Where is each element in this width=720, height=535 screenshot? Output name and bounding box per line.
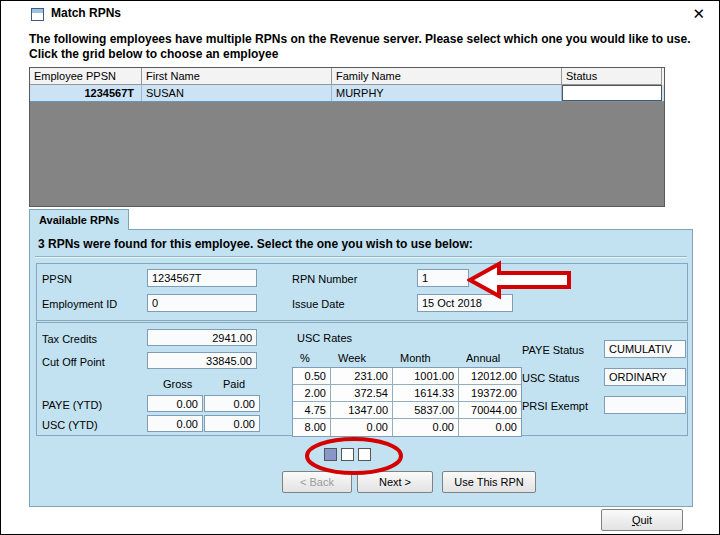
rpn-panel: 3 RPNs were found for this employee. Sel… [29,229,693,507]
tax-credits-field[interactable]: 2941.00 [147,329,257,346]
rpn-pager [324,448,371,461]
employment-id-field[interactable]: 0 [147,294,257,312]
column-header-employee-ppsn[interactable]: Employee PPSN [30,68,142,85]
page-indicator-square[interactable] [324,448,337,461]
usc-status-label: USC Status [522,372,579,385]
usc-rates-table: 0.50 231.00 1001.00 12012.00 2.00 372.54… [292,367,522,437]
usc-rates-row: 8.00 0.00 0.00 0.00 [293,419,521,436]
prsi-exempt-field[interactable] [604,396,686,414]
usc-rate-cell: 70044.00 [459,402,521,419]
ppsn-field[interactable]: 1234567T [147,269,257,287]
usc-rates-row: 0.50 231.00 1001.00 12012.00 [293,368,521,385]
form-icon [31,8,44,21]
paye-ytd-label: PAYE (YTD) [42,399,102,412]
issue-date-field[interactable]: 15 Oct 2018 [417,294,513,312]
usc-rates-header-month: Month [392,352,458,364]
usc-rates-label: USC Rates [297,332,352,345]
usc-rates-headers: % Week Month Annual [292,352,520,364]
cell-status[interactable] [562,85,662,101]
usc-rate-cell: 0.50 [293,368,331,385]
column-header-status[interactable]: Status [562,68,662,85]
issue-date-label: Issue Date [292,298,345,311]
column-header-family-name[interactable]: Family Name [332,68,562,85]
usc-rates-row: 2.00 372.54 1614.33 19372.00 [293,385,521,402]
usc-rate-cell: 0.00 [459,419,521,436]
employment-id-label: Employment ID [42,298,117,311]
usc-ytd-label: USC (YTD) [42,419,98,432]
cut-off-point-field[interactable]: 33845.00 [147,352,257,369]
paid-label: Paid [223,378,245,391]
usc-rate-cell: 12012.00 [459,368,521,385]
cell-first-name[interactable]: SUSAN [142,85,332,101]
grid-empty-area [30,102,664,206]
next-button[interactable]: Next > [357,471,433,493]
use-this-rpn-button[interactable]: Use This RPN [442,471,536,493]
window-title: Match RPNs [51,6,121,20]
page-indicator-square[interactable] [358,448,371,461]
cell-family-name[interactable]: MURPHY [332,85,562,101]
employee-row[interactable]: 1234567T SUSAN MURPHY [30,85,664,102]
match-rpns-window: Match RPNs ✕ The following employees hav… [0,0,720,535]
usc-rates-row: 4.75 1347.00 5837.00 70044.00 [293,402,521,419]
usc-ytd-gross-field[interactable]: 0.00 [147,415,203,432]
rpn-number-field[interactable]: 1 [417,269,469,287]
paye-status-field[interactable]: CUMULATIV [604,340,686,358]
usc-rate-cell: 4.75 [293,402,331,419]
usc-rates-header-pct: % [292,352,330,364]
back-button[interactable]: < Back [282,471,352,493]
usc-rate-cell: 1001.00 [393,368,459,385]
usc-rate-cell: 372.54 [331,385,393,402]
usc-rates-header-annual: Annual [458,352,520,364]
employee-grid: Employee PPSN First Name Family Name Sta… [29,67,665,207]
usc-rate-cell: 0.00 [331,419,393,436]
paye-ytd-gross-field[interactable]: 0.00 [147,395,203,412]
rpn-panel-heading: 3 RPNs were found for this employee. Sel… [38,237,473,251]
gross-label: Gross [163,378,192,391]
use-this-rpn-button-label: Use This RPN [454,476,523,488]
usc-status-field[interactable]: ORDINARY [604,368,686,386]
usc-rate-cell: 2.00 [293,385,331,402]
page-indicator-square[interactable] [341,448,354,461]
usc-rate-cell: 231.00 [331,368,393,385]
tax-credits-label: Tax Credits [42,333,97,346]
paye-status-label: PAYE Status [522,344,584,357]
usc-rate-cell: 1614.33 [393,385,459,402]
next-button-label: Next > [379,476,411,488]
titlebar: Match RPNs ✕ [1,1,719,27]
quit-button[interactable]: Quit [601,509,683,531]
usc-rate-cell: 0.00 [393,419,459,436]
instructions-text: The following employees have multiple RP… [29,32,693,62]
usc-rate-cell: 5837.00 [393,402,459,419]
back-button-label: < Back [300,476,334,488]
prsi-exempt-label: PRSI Exempt [522,400,588,413]
employee-grid-header: Employee PPSN First Name Family Name Sta… [30,68,664,85]
paye-ytd-paid-field[interactable]: 0.00 [204,395,260,412]
separator [35,256,687,258]
usc-rate-cell: 8.00 [293,419,331,436]
usc-ytd-paid-field[interactable]: 0.00 [204,415,260,432]
identity-groupbox [36,263,688,321]
usc-rate-cell: 1347.00 [331,402,393,419]
usc-rates-header-week: Week [330,352,392,364]
ppsn-label: PPSN [42,273,72,286]
tab-label: Available RPNs [39,214,119,226]
cut-off-point-label: Cut Off Point [42,356,105,369]
tab-available-rpns[interactable]: Available RPNs [29,209,129,230]
close-icon[interactable]: ✕ [692,5,705,23]
column-header-first-name[interactable]: First Name [142,68,332,85]
usc-rate-cell: 19372.00 [459,385,521,402]
quit-button-label: Quit [632,514,652,526]
rpn-number-label: RPN Number [292,273,357,286]
cell-employee-ppsn[interactable]: 1234567T [30,85,142,101]
